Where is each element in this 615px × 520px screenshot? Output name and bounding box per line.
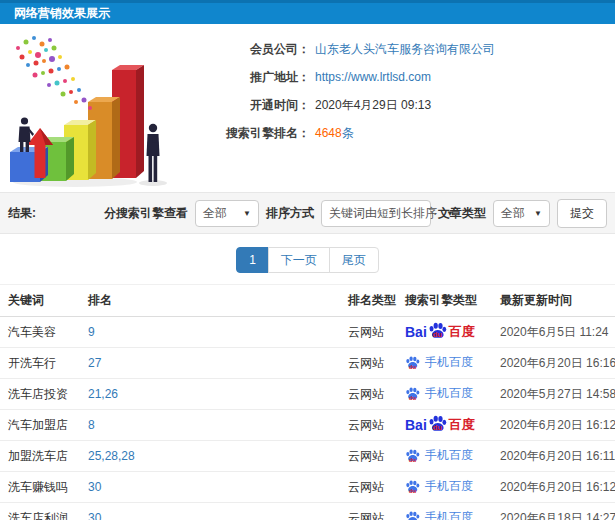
info-row-url: 推广地址： https://www.lrtlsd.com xyxy=(182,68,615,86)
rank-type-cell: 云网站 xyxy=(340,379,397,410)
baidu-du-text: du xyxy=(432,331,442,339)
baidu-pc-logo: Bai du 百度 xyxy=(405,323,475,341)
filter-controls: 分搜索引擎查看 全部 ▼ 排序方式 关键词由短到长排序 ▼ 文章类型 全部 ▼ … xyxy=(104,199,607,228)
results-table-body: 汽车美容 9 云网站 Bai du 百度 2020年6月5日 11:24 开洗车… xyxy=(0,317,615,520)
results-table-head-row: 关键词 排名 排名类型 搜索引擎类型 最新更新时间 xyxy=(0,285,615,317)
company-link[interactable]: 山东老人头汽车服务咨询有限公司 xyxy=(315,40,495,58)
company-label: 会员公司： xyxy=(182,40,310,58)
updated-time-cell: 2020年6月20日 16:12 xyxy=(492,472,615,503)
keyword-cell: 开洗车行 xyxy=(0,348,80,379)
baidu-paw-icon: du xyxy=(405,480,420,493)
updated-time-cell: 2020年6月18日 14:27 xyxy=(492,503,615,520)
keyword-cell: 汽车美容 xyxy=(0,317,80,348)
baidu-mobile-text: 手机百度 xyxy=(425,354,473,371)
baidu-cn-text: 百度 xyxy=(449,416,475,434)
baidu-du-text: du xyxy=(409,364,416,370)
table-row: 汽车加盟店 8 云网站 Bai du 百度 2020年6月20日 16:12 xyxy=(0,410,615,441)
sort-select[interactable]: 关键词由短到长排序 ▼ xyxy=(321,200,431,227)
table-row: 洗车店利润 30 云网站 du 手机百度 2020年6月18日 14:27 xyxy=(0,503,615,520)
caret-down-icon: ▼ xyxy=(534,209,542,218)
col-header-rank: 排名 xyxy=(80,285,340,317)
businessman-left xyxy=(19,117,35,152)
promo-url-label: 推广地址： xyxy=(182,68,310,86)
updated-time-cell: 2020年6月20日 16:12 xyxy=(492,410,615,441)
table-row: 汽车美容 9 云网站 Bai du 百度 2020年6月5日 11:24 xyxy=(0,317,615,348)
rank-count-label: 搜索引擎排名： xyxy=(182,124,310,142)
growth-bar-chart-illustration xyxy=(0,30,182,188)
rank-link[interactable]: 25,28,28 xyxy=(80,441,340,472)
col-header-keyword: 关键词 xyxy=(0,285,80,317)
baidu-mobile-text: 手机百度 xyxy=(425,478,473,495)
article-type-select[interactable]: 全部 ▼ xyxy=(493,200,550,227)
baidu-paw-icon: du xyxy=(428,322,447,339)
updated-time-cell: 2020年6月20日 16:11 xyxy=(492,441,615,472)
updated-time-cell: 2020年6月20日 16:16 xyxy=(492,348,615,379)
baidu-du-text: du xyxy=(432,424,442,432)
baidu-mobile-logo: du 手机百度 xyxy=(405,447,473,464)
baidu-bai-text: Bai xyxy=(405,324,427,340)
baidu-paw-icon: du xyxy=(405,511,420,520)
rank-link[interactable]: 9 xyxy=(80,317,340,348)
engine-type-cell: Bai du 百度 xyxy=(397,410,492,441)
engine-type-cell: du 手机百度 xyxy=(397,379,492,410)
baidu-du-text: du xyxy=(409,457,416,463)
keyword-cell: 汽车加盟店 xyxy=(0,410,80,441)
engine-type-cell: du 手机百度 xyxy=(397,348,492,379)
info-row-company: 会员公司： 山东老人头汽车服务咨询有限公司 xyxy=(182,40,615,58)
rank-count-unit: 条 xyxy=(342,126,354,140)
keyword-cell: 洗车店利润 xyxy=(0,503,80,520)
table-row: 加盟洗车店 25,28,28 云网站 du 手机百度 2020年6月20日 16… xyxy=(0,441,615,472)
engine-select-value: 全部 xyxy=(203,205,227,222)
page-button-1[interactable]: 1 xyxy=(236,247,269,273)
rank-type-cell: 云网站 xyxy=(340,441,397,472)
page-title: 网络营销效果展示 xyxy=(14,5,110,22)
rank-count-value: 4648条 xyxy=(315,124,354,142)
baidu-paw-icon: du xyxy=(405,449,420,462)
info-section: 会员公司： 山东老人头汽车服务咨询有限公司 推广地址： https://www.… xyxy=(0,24,615,192)
updated-time-cell: 2020年5月27日 14:58 xyxy=(492,379,615,410)
last-page-button[interactable]: 尾页 xyxy=(329,247,379,273)
baidu-mobile-text: 手机百度 xyxy=(425,447,473,464)
rank-type-cell: 云网站 xyxy=(340,503,397,520)
app-header: 网络营销效果展示 xyxy=(0,0,615,24)
promo-url-link[interactable]: https://www.lrtlsd.com xyxy=(315,68,431,86)
baidu-pc-logo: Bai du 百度 xyxy=(405,416,475,434)
engine-type-cell: du 手机百度 xyxy=(397,503,492,520)
open-time-label: 开通时间： xyxy=(182,96,310,114)
baidu-mobile-logo: du 手机百度 xyxy=(405,509,473,520)
rank-type-cell: 云网站 xyxy=(340,410,397,441)
baidu-mobile-logo: du 手机百度 xyxy=(405,354,473,371)
col-header-rank-type: 排名类型 xyxy=(340,285,397,317)
baidu-cn-text: 百度 xyxy=(449,323,475,341)
baidu-mobile-text: 手机百度 xyxy=(425,509,473,520)
baidu-paw-icon: du xyxy=(405,387,420,400)
baidu-paw-icon: du xyxy=(405,356,420,369)
table-row: 洗车店投资 21,26 云网站 du 手机百度 2020年5月27日 14:58 xyxy=(0,379,615,410)
keyword-cell: 加盟洗车店 xyxy=(0,441,80,472)
keyword-cell: 洗车店投资 xyxy=(0,379,80,410)
next-page-button[interactable]: 下一页 xyxy=(268,247,330,273)
caret-down-icon: ▼ xyxy=(243,209,251,218)
engine-type-cell: Bai du 百度 xyxy=(397,317,492,348)
sort-select-value: 关键词由短到长排序 xyxy=(329,205,437,222)
pagination: 1 下一页 尾页 xyxy=(0,247,615,273)
info-row-rank-count: 搜索引擎排名： 4648条 xyxy=(182,124,615,142)
results-table: 关键词 排名 排名类型 搜索引擎类型 最新更新时间 汽车美容 9 云网站 Bai… xyxy=(0,284,615,520)
table-row: 洗车赚钱吗 30 云网站 du 手机百度 2020年6月20日 16:12 xyxy=(0,472,615,503)
rank-link[interactable]: 30 xyxy=(80,472,340,503)
result-label: 结果: xyxy=(8,205,36,222)
article-type-label: 文章类型 xyxy=(438,205,486,222)
submit-button[interactable]: 提交 xyxy=(557,199,607,228)
engine-type-cell: du 手机百度 xyxy=(397,441,492,472)
rank-link[interactable]: 21,26 xyxy=(80,379,340,410)
rank-link[interactable]: 27 xyxy=(80,348,340,379)
engine-select[interactable]: 全部 ▼ xyxy=(195,200,259,227)
keyword-cell: 洗车赚钱吗 xyxy=(0,472,80,503)
businessman-right xyxy=(147,124,160,182)
rank-type-cell: 云网站 xyxy=(340,472,397,503)
rank-link[interactable]: 30 xyxy=(80,503,340,520)
col-header-engine-type: 搜索引擎类型 xyxy=(397,285,492,317)
baidu-mobile-text: 手机百度 xyxy=(425,385,473,402)
updated-time-cell: 2020年6月5日 11:24 xyxy=(492,317,615,348)
rank-link[interactable]: 8 xyxy=(80,410,340,441)
